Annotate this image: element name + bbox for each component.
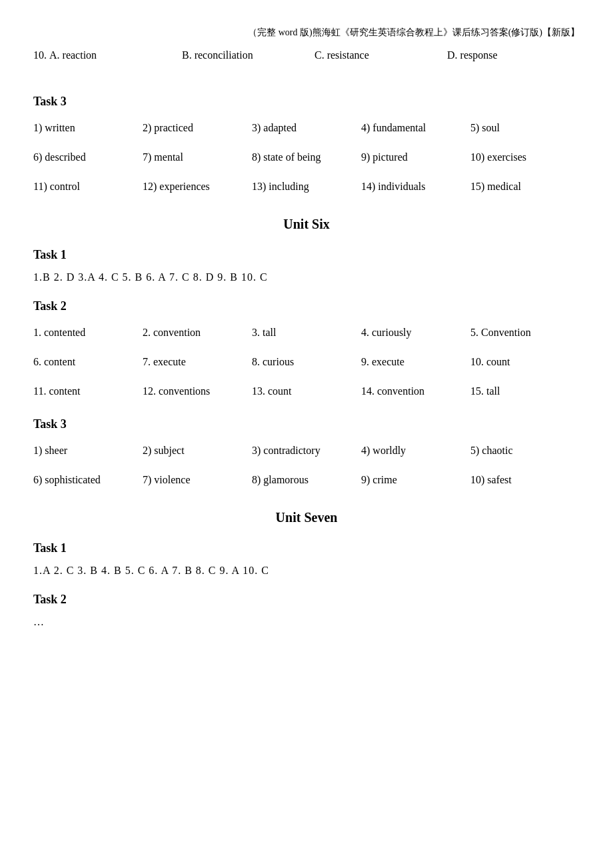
mcq10-optionD: D. response bbox=[447, 49, 580, 61]
unit6-task3-title: Task 3 bbox=[33, 417, 580, 431]
task3-prev-row3: 11) control 12) experiences 13) includin… bbox=[33, 177, 580, 197]
unit7-task1-answers: 1.A 2. C 3. B 4. B 5. C 6. A 7. B 8. C 9… bbox=[33, 565, 580, 577]
u6t3-r2c4: 9) crime bbox=[361, 470, 470, 490]
task3-prev-r2c3: 8) state of being bbox=[252, 147, 361, 167]
u6t2-r3c3: 13. count bbox=[252, 381, 361, 401]
task3-prev-row1: 1) written 2) practiced 3) adapted 4) fu… bbox=[33, 118, 580, 138]
unit6-task2-row1: 1. contented 2. convention 3. tall 4. cu… bbox=[33, 323, 580, 343]
unit6-task3-row2: 6) sophisticated 7) violence 8) glamorou… bbox=[33, 470, 580, 490]
task3-prev-r3c3: 13) including bbox=[252, 177, 361, 197]
task3-prev-r3c1: 11) control bbox=[33, 177, 143, 197]
header-text: （完整 word 版)熊海虹《研究生英语综合教程上》课后练习答案(修订版)【新版… bbox=[248, 27, 580, 37]
u6t2-r2c4: 9. execute bbox=[361, 352, 470, 372]
task3-prev-r2c2: 7) mental bbox=[143, 147, 252, 167]
u6t2-r3c5: 15. tall bbox=[470, 381, 580, 401]
unit7-task2-ellipsis: … bbox=[33, 616, 580, 628]
task3-prev-r1c4: 4) fundamental bbox=[361, 118, 470, 138]
unit6-task2-row3: 11. content 12. conventions 13. count 14… bbox=[33, 381, 580, 401]
u6t3-r1c3: 3) contradictory bbox=[252, 441, 361, 461]
mcq10-label: 10. bbox=[33, 49, 47, 61]
task3-prev-r1c2: 2) practiced bbox=[143, 118, 252, 138]
mcq10-optionB: B. reconciliation bbox=[182, 49, 314, 61]
unit6-task2-row2: 6. content 7. execute 8. curious 9. exec… bbox=[33, 352, 580, 372]
task3-prev-r3c5: 15) medical bbox=[470, 177, 580, 197]
unit6-task2-title: Task 2 bbox=[33, 299, 580, 313]
task3-prev-r2c4: 9) pictured bbox=[361, 147, 470, 167]
task3-prev-title: Task 3 bbox=[33, 95, 580, 109]
u6t2-r1c3: 3. tall bbox=[252, 323, 361, 343]
u6t3-r1c5: 5) chaotic bbox=[470, 441, 580, 461]
u6t3-r1c2: 2) subject bbox=[143, 441, 252, 461]
unit-seven-title: Unit Seven bbox=[33, 510, 580, 525]
u6t2-r2c1: 6. content bbox=[33, 352, 143, 372]
u6t3-r2c3: 8) glamorous bbox=[252, 470, 361, 490]
u6t2-r3c4: 14. convention bbox=[361, 381, 470, 401]
unit-six-title: Unit Six bbox=[33, 217, 580, 232]
u6t2-r3c1: 11. content bbox=[33, 381, 143, 401]
mcq-row-10: 10. A. reaction B. reconciliation C. res… bbox=[33, 49, 580, 61]
unit7-task2-title: Task 2 bbox=[33, 593, 580, 607]
task3-prev-r1c3: 3) adapted bbox=[252, 118, 361, 138]
u6t3-r1c4: 4) worldly bbox=[361, 441, 470, 461]
task3-prev-row2: 6) described 7) mental 8) state of being… bbox=[33, 147, 580, 167]
u6t2-r1c4: 4. curiously bbox=[361, 323, 470, 343]
unit6-task1-title: Task 1 bbox=[33, 248, 580, 262]
u6t2-r2c3: 8. curious bbox=[252, 352, 361, 372]
u6t3-r2c2: 7) violence bbox=[143, 470, 252, 490]
page-header: （完整 word 版)熊海虹《研究生英语综合教程上》课后练习答案(修订版)【新版… bbox=[33, 27, 580, 39]
u6t2-r1c1: 1. contented bbox=[33, 323, 143, 343]
u6t3-r2c5: 10) safest bbox=[470, 470, 580, 490]
u6t2-r2c5: 10. count bbox=[470, 352, 580, 372]
u6t2-r3c2: 12. conventions bbox=[143, 381, 252, 401]
task3-prev-r2c1: 6) described bbox=[33, 147, 143, 167]
unit6-task1-answers: 1.B 2. D 3.A 4. C 5. B 6. A 7. C 8. D 9.… bbox=[33, 271, 580, 283]
mcq10-optionA: A. reaction bbox=[49, 49, 182, 61]
u6t2-r1c2: 2. convention bbox=[143, 323, 252, 343]
task3-prev-r3c2: 12) experiences bbox=[143, 177, 252, 197]
u6t3-r2c1: 6) sophisticated bbox=[33, 470, 143, 490]
task3-prev-r1c5: 5) soul bbox=[470, 118, 580, 138]
mcq10-optionC: C. resistance bbox=[314, 49, 447, 61]
task3-prev-r1c1: 1) written bbox=[33, 118, 143, 138]
u6t3-r1c1: 1) sheer bbox=[33, 441, 143, 461]
unit7-task1-title: Task 1 bbox=[33, 541, 580, 555]
u6t2-r2c2: 7. execute bbox=[143, 352, 252, 372]
unit6-task3-row1: 1) sheer 2) subject 3) contradictory 4) … bbox=[33, 441, 580, 461]
task3-prev-r2c5: 10) exercises bbox=[470, 147, 580, 167]
u6t2-r1c5: 5. Convention bbox=[470, 323, 580, 343]
task3-prev-r3c4: 14) individuals bbox=[361, 177, 470, 197]
